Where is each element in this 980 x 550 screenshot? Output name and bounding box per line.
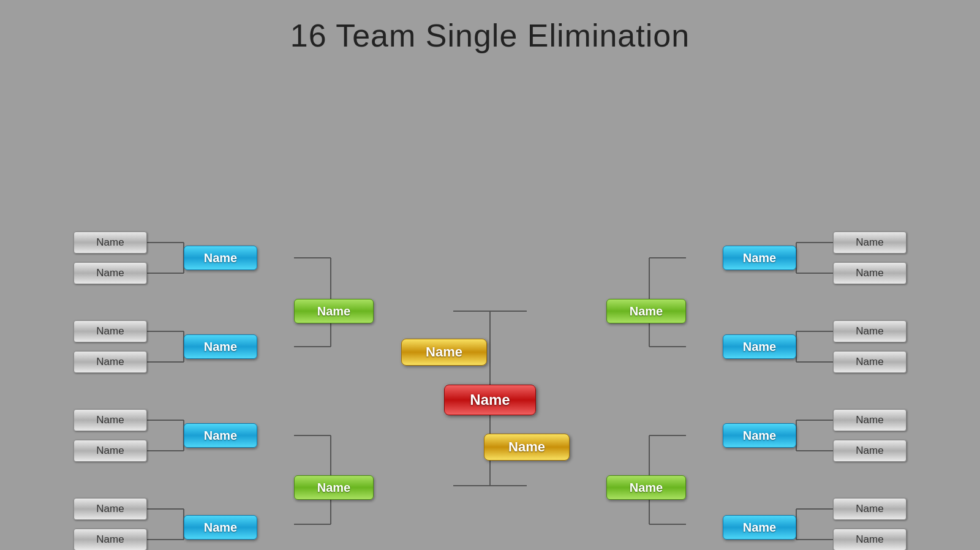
qf-left-4[interactable]: Name xyxy=(184,515,257,540)
slot-r1t: Name xyxy=(833,232,907,254)
bracket-lines xyxy=(0,134,980,550)
slot-r2t: Name xyxy=(833,320,907,342)
finalist-right[interactable]: Name xyxy=(484,434,570,461)
qf-left-2[interactable]: Name xyxy=(184,334,257,359)
slot-r1b: Name xyxy=(833,262,907,284)
qf-right-1[interactable]: Name xyxy=(723,246,796,270)
slot-l4t: Name xyxy=(74,498,147,520)
sf-left-1[interactable]: Name xyxy=(294,299,374,323)
qf-left-3[interactable]: Name xyxy=(184,423,257,448)
slot-l2b: Name xyxy=(74,351,147,373)
slot-l2t: Name xyxy=(74,320,147,342)
slot-r4t: Name xyxy=(833,498,907,520)
qf-right-3[interactable]: Name xyxy=(723,423,796,448)
slot-r2b: Name xyxy=(833,351,907,373)
slot-l1b: Name xyxy=(74,262,147,284)
page-title: 16 Team Single Elimination xyxy=(0,0,980,54)
qf-right-4[interactable]: Name xyxy=(723,515,796,540)
slot-l4b: Name xyxy=(74,529,147,550)
slot-r3b: Name xyxy=(833,440,907,462)
sf-left-2[interactable]: Name xyxy=(294,475,374,500)
qf-right-2[interactable]: Name xyxy=(723,334,796,359)
qf-left-1[interactable]: Name xyxy=(184,246,257,270)
sf-right-1[interactable]: Name xyxy=(606,299,686,323)
slot-r3t: Name xyxy=(833,409,907,431)
slot-l3b: Name xyxy=(74,440,147,462)
champion[interactable]: Name xyxy=(444,385,536,415)
finalist-left[interactable]: Name xyxy=(401,339,487,366)
slot-l1t: Name xyxy=(74,232,147,254)
sf-right-2[interactable]: Name xyxy=(606,475,686,500)
slot-l3t: Name xyxy=(74,409,147,431)
slot-r4b: Name xyxy=(833,529,907,550)
